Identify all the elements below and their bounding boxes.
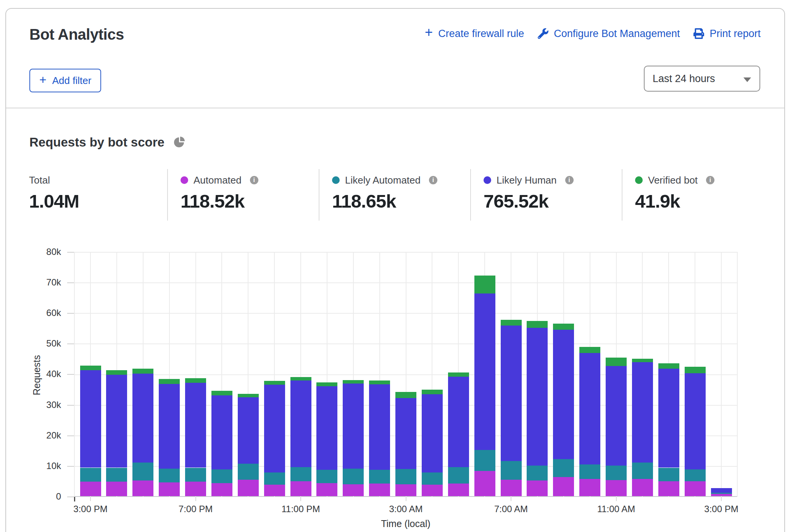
bar-segment-automated[interactable]	[395, 484, 416, 496]
bar-segment-likely-automated[interactable]	[658, 468, 679, 481]
bar-segment-likely-human[interactable]	[316, 386, 337, 470]
bar-segment-automated[interactable]	[369, 484, 390, 496]
bar-segment-automated[interactable]	[579, 479, 600, 496]
bar-segment-likely-automated[interactable]	[211, 469, 232, 483]
bar-segment-likely-human[interactable]	[579, 353, 600, 464]
bar-segment-likely-human[interactable]	[501, 326, 522, 461]
bar-segment-likely-human[interactable]	[658, 369, 679, 468]
bar-segment-likely-human[interactable]	[369, 384, 390, 470]
bar-segment-likely-human[interactable]	[132, 374, 153, 463]
bar-segment-verified-bot[interactable]	[474, 276, 495, 293]
bar-segment-likely-automated[interactable]	[632, 463, 653, 479]
bar-segment-likely-human[interactable]	[185, 383, 206, 468]
bar-segment-likely-human[interactable]	[238, 397, 259, 464]
bar-segment-verified-bot[interactable]	[80, 366, 101, 370]
bar-segment-verified-bot[interactable]	[106, 370, 127, 375]
bar-segment-automated[interactable]	[553, 477, 574, 496]
bar-segment-verified-bot[interactable]	[369, 380, 390, 384]
bar-segment-likely-human[interactable]	[159, 384, 180, 469]
bar-segment-verified-bot[interactable]	[238, 394, 259, 398]
bar-segment-likely-automated[interactable]	[238, 464, 259, 480]
bar-segment-likely-automated[interactable]	[395, 469, 416, 484]
bar-segment-likely-automated[interactable]	[369, 470, 390, 484]
bar-segment-likely-human[interactable]	[685, 373, 706, 469]
bar-segment-automated[interactable]	[343, 484, 364, 496]
bar-segment-likely-human[interactable]	[422, 394, 443, 472]
bar-segment-likely-human[interactable]	[290, 380, 311, 467]
bar-segment-verified-bot[interactable]	[448, 372, 469, 376]
bar-segment-likely-automated[interactable]	[316, 470, 337, 483]
bar-segment-verified-bot[interactable]	[343, 380, 364, 384]
y-tick	[67, 466, 74, 467]
bar-segment-likely-human[interactable]	[632, 362, 653, 463]
bar-segment-likely-automated[interactable]	[80, 468, 101, 482]
bar-segment-automated[interactable]	[474, 471, 495, 496]
bar-segment-automated[interactable]	[290, 481, 311, 496]
bar-segment-verified-bot[interactable]	[553, 324, 574, 330]
bar-segment-likely-human[interactable]	[527, 328, 548, 466]
bar-segment-verified-bot[interactable]	[185, 378, 206, 383]
bar-segment-likely-human[interactable]	[80, 370, 101, 468]
bar-segment-verified-bot[interactable]	[290, 377, 311, 381]
bar-segment-likely-automated[interactable]	[448, 467, 469, 484]
bar-segment-automated[interactable]	[527, 480, 548, 496]
bar-segment-likely-automated[interactable]	[343, 469, 364, 484]
bar-segment-automated[interactable]	[316, 483, 337, 496]
bar-segment-likely-automated[interactable]	[185, 468, 206, 482]
bar-segment-likely-human[interactable]	[106, 375, 127, 468]
bar-segment-likely-human[interactable]	[448, 377, 469, 467]
bar-segment-verified-bot[interactable]	[527, 321, 548, 328]
bar-segment-likely-automated[interactable]	[579, 464, 600, 479]
bar-segment-likely-human[interactable]	[553, 330, 574, 459]
bar-segment-automated[interactable]	[80, 482, 101, 496]
bar-segment-likely-automated[interactable]	[290, 467, 311, 481]
bar-segment-automated[interactable]	[238, 480, 259, 496]
bar-segment-likely-automated[interactable]	[474, 450, 495, 471]
bar-segment-likely-automated[interactable]	[685, 469, 706, 481]
bar-segment-likely-human[interactable]	[711, 488, 732, 493]
bar-segment-likely-automated[interactable]	[159, 469, 180, 482]
bar-segment-verified-bot[interactable]	[606, 358, 627, 366]
bar-segment-verified-bot[interactable]	[658, 363, 679, 369]
bar-segment-likely-automated[interactable]	[553, 459, 574, 477]
bar-segment-verified-bot[interactable]	[579, 347, 600, 353]
bar-segment-automated[interactable]	[211, 483, 232, 496]
bar-segment-verified-bot[interactable]	[685, 367, 706, 373]
bar-segment-automated[interactable]	[632, 479, 653, 496]
bar-segment-automated[interactable]	[606, 480, 627, 496]
bar-segment-likely-human[interactable]	[343, 384, 364, 469]
bar-segment-automated[interactable]	[264, 485, 285, 496]
bar-segment-likely-human[interactable]	[264, 385, 285, 472]
bar-segment-automated[interactable]	[658, 481, 679, 496]
bar-segment-likely-automated[interactable]	[527, 466, 548, 480]
bar-segment-automated[interactable]	[685, 481, 706, 496]
bar-segment-likely-automated[interactable]	[422, 472, 443, 484]
bar-segment-likely-human[interactable]	[211, 395, 232, 469]
bar-segment-automated[interactable]	[711, 494, 732, 496]
bar-segment-automated[interactable]	[106, 482, 127, 496]
bar-segment-verified-bot[interactable]	[264, 381, 285, 385]
bar-segment-likely-human[interactable]	[395, 398, 416, 469]
bar-segment-likely-automated[interactable]	[501, 461, 522, 480]
bar-segment-verified-bot[interactable]	[395, 392, 416, 398]
bar-segment-likely-human[interactable]	[474, 293, 495, 450]
bar-segment-verified-bot[interactable]	[316, 382, 337, 386]
bar-segment-automated[interactable]	[448, 484, 469, 496]
bar-segment-likely-automated[interactable]	[132, 463, 153, 480]
bar-segment-likely-human[interactable]	[606, 366, 627, 465]
bar-segment-likely-automated[interactable]	[106, 468, 127, 482]
bar-segment-automated[interactable]	[422, 485, 443, 496]
bar-segment-verified-bot[interactable]	[211, 391, 232, 395]
bar-segment-verified-bot[interactable]	[159, 379, 180, 384]
bar-segment-likely-automated[interactable]	[606, 466, 627, 480]
bar-segment-likely-automated[interactable]	[264, 472, 285, 485]
bar-segment-automated[interactable]	[132, 480, 153, 496]
bar-segment-verified-bot[interactable]	[422, 390, 443, 394]
bar-segment-verified-bot[interactable]	[132, 369, 153, 374]
bar-segment-verified-bot[interactable]	[632, 359, 653, 362]
bar-segment-likely-automated[interactable]	[711, 493, 732, 493]
bar-segment-automated[interactable]	[501, 480, 522, 496]
bar-segment-automated[interactable]	[185, 482, 206, 496]
bar-segment-automated[interactable]	[159, 482, 180, 496]
bar-segment-verified-bot[interactable]	[501, 320, 522, 326]
